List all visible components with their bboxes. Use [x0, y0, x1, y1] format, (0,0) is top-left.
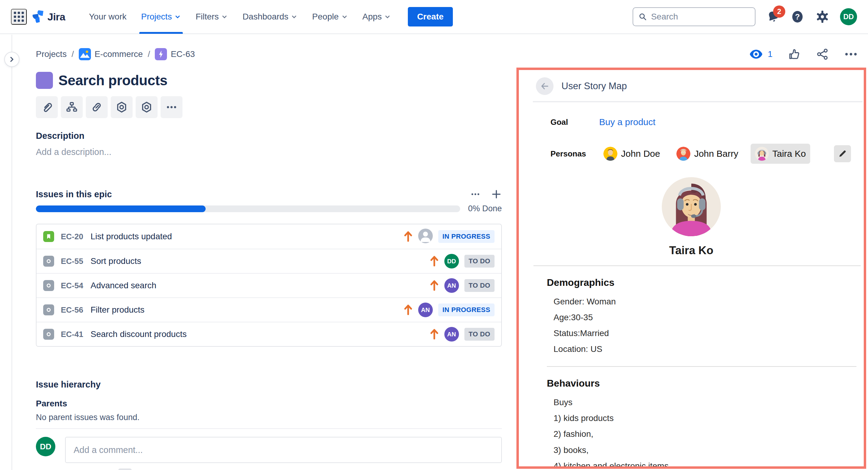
- user-avatar[interactable]: DD: [840, 8, 857, 25]
- like-button[interactable]: [788, 48, 801, 60]
- issue-summary[interactable]: Sort products: [91, 256, 142, 266]
- description-placeholder[interactable]: Add a description...: [36, 147, 502, 157]
- nav-item-dashboards[interactable]: Dashboards: [235, 0, 305, 34]
- assignee-avatar[interactable]: DD: [444, 254, 459, 268]
- issue-key[interactable]: EC-54: [61, 281, 83, 290]
- description-heading: Description: [36, 131, 502, 141]
- issue-row-ec-55[interactable]: EC-55 Sort products DD TO DO: [36, 249, 501, 273]
- issue-key[interactable]: EC-20: [61, 232, 83, 241]
- app-switcher-icon[interactable]: [11, 9, 27, 25]
- question-icon: ?: [790, 9, 805, 24]
- parents-heading: Parents: [36, 399, 502, 409]
- global-search[interactable]: [632, 7, 755, 26]
- comment-input-box[interactable]: [65, 437, 502, 463]
- status-badge[interactable]: TO DO: [464, 279, 495, 292]
- ellipsis-icon: [844, 48, 858, 60]
- persona-chip-taira-ko[interactable]: Taira Ko: [751, 144, 810, 164]
- persona-chip-john-barry[interactable]: John Barry: [672, 144, 742, 164]
- expand-sidebar-button[interactable]: [4, 52, 20, 67]
- app-action-button[interactable]: [111, 96, 133, 118]
- jira-logo[interactable]: Jira: [31, 10, 65, 24]
- chevron-down-icon: [384, 13, 391, 20]
- notifications-button[interactable]: 2: [766, 10, 780, 24]
- settings-button[interactable]: [815, 9, 830, 24]
- thumbs-up-icon: [788, 48, 801, 60]
- create-button[interactable]: Create: [408, 7, 453, 27]
- ellipsis-icon: [165, 101, 178, 113]
- persona-chip-john-doe[interactable]: John Doe: [599, 144, 664, 164]
- behaviour-item: 4) kitchen and electronic items.: [554, 458, 854, 469]
- app-action-button-2[interactable]: [136, 96, 158, 118]
- personas-label: Personas: [551, 149, 599, 158]
- issue-summary[interactable]: Filter products: [91, 305, 145, 315]
- section-divider: [36, 428, 502, 429]
- top-navigation: Jira Your work Projects Filters Dashboar…: [0, 0, 868, 34]
- watch-button[interactable]: 1: [749, 49, 773, 59]
- protip-label: Pro tip:: [65, 469, 93, 470]
- toolbar-more-button[interactable]: [161, 96, 183, 118]
- status-badge[interactable]: TO DO: [464, 328, 495, 341]
- comment-composer: DD: [36, 437, 502, 463]
- back-button[interactable]: [536, 77, 554, 95]
- attach-button[interactable]: [36, 96, 58, 118]
- add-issue-button[interactable]: [491, 189, 502, 200]
- help-button[interactable]: ?: [790, 9, 805, 24]
- breadcrumb-issue[interactable]: EC-63: [155, 48, 195, 60]
- breadcrumb: Projects / E-commerce / EC-63: [36, 48, 195, 60]
- nav-item-people[interactable]: People: [305, 0, 355, 34]
- behaviours-heading: Behaviours: [547, 378, 864, 389]
- issue-row-ec-41[interactable]: EC-41 Search discount products AN TO DO: [36, 322, 501, 346]
- nav-item-apps[interactable]: Apps: [355, 0, 398, 34]
- epic-issues-more-button[interactable]: [470, 189, 480, 199]
- page-title[interactable]: Search products: [58, 72, 167, 89]
- priority-high-icon: [430, 280, 439, 291]
- search-input[interactable]: [651, 12, 749, 22]
- breadcrumb-projects[interactable]: Projects: [36, 49, 67, 59]
- share-button[interactable]: [816, 48, 829, 60]
- issue-row-ec-54[interactable]: EC-54 Advanced search AN TO DO: [36, 273, 501, 297]
- status-badge[interactable]: IN PROGRESS: [438, 303, 495, 316]
- issue-key[interactable]: EC-56: [61, 305, 83, 315]
- panel-title: User Story Map: [561, 81, 627, 92]
- task-type-icon: [43, 329, 54, 340]
- edit-personas-button[interactable]: [834, 145, 851, 162]
- behaviour-item: Buys: [554, 394, 854, 410]
- breadcrumb-issue-key: EC-63: [170, 49, 195, 59]
- epic-color-swatch[interactable]: [36, 72, 53, 89]
- jira-logo-icon: [31, 10, 44, 24]
- assignee-avatar[interactable]: AN: [444, 278, 459, 293]
- gear-icon: [815, 9, 830, 24]
- protip-press: press: [96, 469, 115, 470]
- goal-link[interactable]: Buy a product: [599, 117, 655, 127]
- issue-key[interactable]: EC-55: [61, 257, 83, 266]
- issue-summary[interactable]: Search discount products: [91, 329, 187, 339]
- assignee-avatar-unassigned[interactable]: [418, 229, 433, 244]
- issue-key[interactable]: EC-41: [61, 330, 83, 339]
- issue-toolbar: [36, 96, 502, 118]
- panel-header: User Story Map: [519, 70, 864, 101]
- assignee-avatar[interactable]: AN: [444, 327, 459, 342]
- comment-input[interactable]: [73, 445, 493, 455]
- behaviour-item: 2) fashion,: [554, 426, 854, 442]
- issue-row-ec-20[interactable]: EC-20 List products updated IN PROGRESS: [36, 224, 501, 249]
- demographics-heading: Demographics: [547, 277, 864, 288]
- more-actions-button[interactable]: [844, 48, 858, 60]
- goal-row: Goal Buy a product: [519, 117, 864, 127]
- add-child-issue-button[interactable]: [61, 96, 83, 118]
- epic-progress-fill: [36, 205, 206, 212]
- nav-item-label: Projects: [141, 12, 172, 22]
- issues-in-epic-heading: Issues in this epic: [36, 189, 112, 199]
- issue-row-ec-56[interactable]: EC-56 Filter products AN IN PROGRESS: [36, 297, 501, 322]
- nav-item-filters[interactable]: Filters: [188, 0, 235, 34]
- status-badge[interactable]: TO DO: [464, 255, 495, 268]
- issue-summary[interactable]: Advanced search: [91, 281, 156, 290]
- nav-item-projects[interactable]: Projects: [134, 0, 188, 34]
- breadcrumb-project[interactable]: E-commerce: [79, 48, 143, 60]
- link-issue-button[interactable]: [86, 96, 108, 118]
- status-badge[interactable]: IN PROGRESS: [438, 230, 495, 243]
- sidebar-divider: [11, 35, 12, 470]
- issue-summary[interactable]: List products updated: [91, 232, 172, 241]
- task-type-icon: [43, 280, 54, 291]
- nav-item-your-work[interactable]: Your work: [82, 0, 134, 34]
- assignee-avatar[interactable]: AN: [418, 302, 433, 317]
